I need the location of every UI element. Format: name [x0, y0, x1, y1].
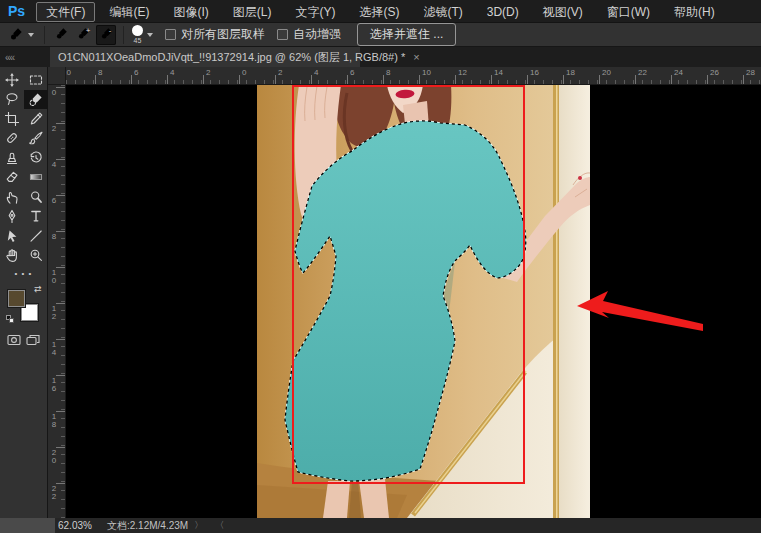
- ruler-label: 8: [98, 68, 102, 77]
- photoshop-window: Ps 文件(F)编辑(E)图像(I)图层(L)文字(Y)选择(S)滤镜(T)3D…: [0, 0, 761, 533]
- menu-编辑[interactable]: 编辑(E): [99, 2, 159, 22]
- document-tab-title: O1CN011XOeaDmoDJiVqtt_!!91372914.jpg @ 6…: [58, 50, 405, 65]
- ruler-label: 4: [170, 68, 174, 77]
- vertical-ruler[interactable]: 024681012141618202224: [48, 85, 66, 518]
- chevron-down-icon: [28, 33, 34, 37]
- canvas-area[interactable]: [66, 85, 761, 518]
- quick-mask-icon[interactable]: [7, 332, 21, 350]
- ruler-label: 4: [314, 68, 318, 77]
- ruler-label: 10: [50, 269, 58, 285]
- ruler-label: 10: [422, 68, 431, 77]
- default-colors-icon[interactable]: [6, 315, 14, 323]
- zoom-level-field[interactable]: 62.03%: [55, 520, 107, 531]
- move-tool[interactable]: [0, 70, 24, 90]
- ruler-label: 28: [746, 68, 755, 77]
- ruler-label: 16: [530, 68, 539, 77]
- brush-preview-icon: [132, 25, 143, 36]
- menu-bar: Ps 文件(F)编辑(E)图像(I)图层(L)文字(Y)选择(S)滤镜(T)3D…: [0, 0, 761, 23]
- menu-帮助[interactable]: 帮助(H): [664, 2, 725, 22]
- plus-mark: +: [86, 26, 91, 35]
- crop-tool[interactable]: [0, 109, 24, 129]
- marquee-tool[interactable]: [24, 70, 48, 90]
- brush-tool[interactable]: [24, 129, 48, 149]
- ruler-label: 2: [206, 68, 210, 77]
- menu-items: 文件(F)编辑(E)图像(I)图层(L)文字(Y)选择(S)滤镜(T)3D(D)…: [34, 2, 727, 21]
- tool-options-bar: + - 45 对所有图层取样 自动增强 选择并遮住 ...: [0, 23, 761, 47]
- menu-滤镜[interactable]: 滤镜(T): [413, 2, 472, 22]
- chevron-down-icon: [147, 33, 153, 37]
- quick-selection-icon: [10, 27, 23, 43]
- tools-panel: • • • ⇄: [0, 67, 48, 518]
- status-corner: [0, 518, 55, 533]
- status-chevron-right[interactable]: 〉: [188, 519, 209, 532]
- new-selection-mode-button[interactable]: [52, 25, 72, 45]
- auto-enhance-checkbox[interactable]: [277, 29, 288, 40]
- menu-3D[interactable]: 3D(D): [477, 2, 529, 22]
- quick-selection-tool[interactable]: [24, 90, 48, 110]
- ruler-label: 2: [278, 68, 282, 77]
- ruler-label: 18: [50, 413, 58, 429]
- menu-文字[interactable]: 文字(Y): [285, 2, 345, 22]
- status-bar: 62.03% 文档:2.12M/4.23M 〉 〈: [0, 518, 761, 533]
- document-size-info: 文档:2.12M/4.23M: [107, 519, 188, 533]
- ruler-label: 22: [638, 68, 647, 77]
- foreground-color-swatch[interactable]: [7, 289, 26, 308]
- ruler-label: 18: [566, 68, 575, 77]
- pen-tool[interactable]: [0, 207, 24, 227]
- ruler-label: 2: [50, 125, 58, 133]
- ruler-label: 4: [50, 161, 58, 169]
- ruler-label: 6: [134, 68, 138, 77]
- ruler-label: 0: [50, 89, 58, 97]
- subtract-from-selection-mode-button[interactable]: -: [96, 25, 116, 45]
- gradient-tool[interactable]: [24, 168, 48, 188]
- ruler-label: 6: [50, 197, 58, 205]
- eyedropper-tool[interactable]: [24, 109, 48, 129]
- line-tool[interactable]: [24, 226, 48, 246]
- collapse-panels-icon[interactable]: ««: [5, 52, 14, 63]
- add-to-selection-mode-button[interactable]: +: [74, 25, 94, 45]
- smudge-tool[interactable]: [0, 187, 24, 207]
- menu-窗口[interactable]: 窗口(W): [597, 2, 660, 22]
- clone-stamp-tool[interactable]: [0, 148, 24, 168]
- ruler-label: 22: [50, 485, 58, 501]
- screen-mode-icon[interactable]: [26, 332, 40, 350]
- type-tool[interactable]: [24, 207, 48, 227]
- menu-图像[interactable]: 图像(I): [163, 2, 218, 22]
- ruler-label: 16: [50, 377, 58, 393]
- ruler-label: 12: [458, 68, 467, 77]
- select-and-mask-button[interactable]: 选择并遮住 ...: [357, 23, 456, 46]
- auto-enhance-label: 自动增强: [293, 26, 341, 43]
- hand-tool[interactable]: [0, 246, 24, 266]
- document-tab-bar: «« O1CN011XOeaDmoDJiVqtt_!!91372914.jpg …: [0, 47, 761, 67]
- zoom-tool[interactable]: [24, 246, 48, 266]
- ruler-label: 26: [710, 68, 719, 77]
- tool-preset-picker[interactable]: [6, 26, 38, 44]
- dodge-tool[interactable]: [24, 187, 48, 207]
- path-selection-tool[interactable]: [0, 226, 24, 246]
- eraser-tool[interactable]: [0, 168, 24, 188]
- brush-size-picker[interactable]: 45: [132, 25, 143, 44]
- menu-选择[interactable]: 选择(S): [349, 2, 409, 22]
- sample-all-layers-checkbox[interactable]: [165, 29, 176, 40]
- ps-logo: Ps: [0, 3, 34, 19]
- ruler-label: 24: [674, 68, 683, 77]
- history-brush-tool[interactable]: [24, 148, 48, 168]
- brush-size-value: 45: [134, 37, 142, 44]
- horizontal-ruler[interactable]: 1086420246810121416182022242628: [48, 67, 761, 85]
- ruler-origin-corner[interactable]: [48, 67, 66, 85]
- status-chevron-left[interactable]: 〈: [209, 519, 230, 532]
- spot-healing-tool[interactable]: [0, 129, 24, 149]
- ruler-label: 20: [50, 449, 58, 465]
- document-canvas[interactable]: [66, 85, 761, 518]
- document-tab[interactable]: O1CN011XOeaDmoDJiVqtt_!!91372914.jpg @ 6…: [50, 47, 360, 67]
- lasso-tool[interactable]: [0, 90, 24, 110]
- menu-图层[interactable]: 图层(L): [223, 2, 282, 22]
- menu-视图[interactable]: 视图(V): [533, 2, 593, 22]
- annotation-arrow: [577, 291, 703, 331]
- swap-colors-icon[interactable]: ⇄: [34, 284, 42, 294]
- edit-toolbar-icon[interactable]: • • •: [0, 269, 47, 278]
- ruler-label: 6: [350, 68, 354, 77]
- menu-文件[interactable]: 文件(F): [36, 2, 95, 22]
- close-icon[interactable]: ×: [413, 51, 419, 63]
- minus-mark: -: [109, 26, 112, 35]
